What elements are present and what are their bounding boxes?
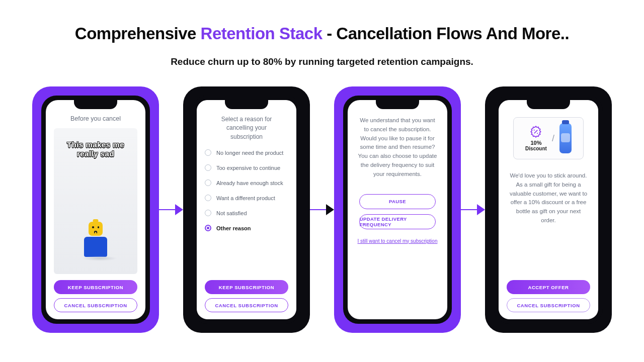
phone-notch-icon <box>225 100 268 109</box>
card4-paragraph: We'd love you to stick around. As a smal… <box>507 170 590 226</box>
reason-option[interactable]: Want a different product <box>205 195 288 201</box>
phone-notch-icon <box>74 100 117 109</box>
lego-figure-icon <box>82 222 109 261</box>
arrow-right-icon <box>477 204 485 215</box>
headline: Comprehensive Retention Stack - Cancella… <box>30 24 614 43</box>
reason-label: Too expensive to continue <box>216 165 280 171</box>
svg-point-0 <box>534 130 535 131</box>
arrow-3 <box>461 204 485 215</box>
bottle-icon <box>559 123 572 153</box>
radio-icon <box>205 210 211 216</box>
phone-1: Before you cancel This makes mereally sa… <box>41 96 150 324</box>
pause-button[interactable]: PAUSE <box>359 194 436 209</box>
phone-notch-icon <box>527 100 570 109</box>
radio-icon <box>205 195 211 201</box>
accept-offer-button[interactable]: ACCEPT OFFER <box>507 280 590 294</box>
phone-4: 10%Discount / We'd love you to stick aro… <box>494 96 603 324</box>
offer-box: 10%Discount / <box>513 117 584 159</box>
card-2-frame: Select a reason for cancelling your subs… <box>183 86 310 333</box>
subheadline: Reduce churn up to 80% by running target… <box>30 56 614 67</box>
reason-label: Other reason <box>216 225 251 231</box>
phone-2: Select a reason for cancelling your subs… <box>192 96 301 324</box>
radio-icon <box>205 179 211 186</box>
reason-option[interactable]: Not satisfied <box>205 210 288 216</box>
cancel-subscription-button[interactable]: CANCEL SUBSCRIPTION <box>507 298 590 312</box>
arrow-2 <box>310 204 334 215</box>
svg-point-1 <box>537 133 538 134</box>
cards-row: Before you cancel This makes mereally sa… <box>30 86 614 333</box>
phone-3: We understand that you want to cancel th… <box>343 96 452 324</box>
cancel-subscription-button[interactable]: CANCEL SUBSCRIPTION <box>54 298 137 312</box>
arrow-right-icon <box>326 204 334 215</box>
reason-option[interactable]: No longer need the product <box>205 149 288 156</box>
headline-post: - Cancellation Flows And More.. <box>322 24 569 43</box>
reason-label: Already have enough stock <box>216 180 283 186</box>
meme-image: This makes mereally sad <box>54 128 137 274</box>
slash-divider-icon: / <box>552 133 554 144</box>
card-1-frame: Before you cancel This makes mereally sa… <box>32 86 159 333</box>
headline-accent: Retention Stack <box>201 24 323 43</box>
reason-option[interactable]: Already have enough stock <box>205 179 288 186</box>
reason-label: Want a different product <box>216 195 275 201</box>
radio-icon <box>205 225 211 231</box>
arrow-1 <box>159 204 183 215</box>
headline-pre: Comprehensive <box>75 24 201 43</box>
reason-option[interactable]: Too expensive to continue <box>205 164 288 171</box>
still-cancel-link[interactable]: I still want to cancel my subscription <box>358 238 438 244</box>
card-4-frame: 10%Discount / We'd love you to stick aro… <box>485 86 612 333</box>
card-3-frame: We understand that you want to cancel th… <box>334 86 461 333</box>
radio-icon <box>205 164 211 171</box>
keep-subscription-button[interactable]: KEEP SUBSCRIPTION <box>54 280 137 294</box>
discount-badge: 10%Discount <box>525 125 547 151</box>
card3-paragraph: We understand that you want to cancel th… <box>356 115 439 180</box>
discount-star-icon <box>529 125 542 138</box>
arrow-right-icon <box>175 204 183 215</box>
phone-notch-icon <box>376 100 419 109</box>
card1-title: Before you cancel <box>54 115 137 122</box>
update-frequency-button[interactable]: UPDATE DELIVERY FREQUENCY <box>359 214 436 229</box>
reason-radio-group: No longer need the productToo expensive … <box>205 149 288 231</box>
meme-caption: This makes mereally sad <box>67 140 124 158</box>
cancel-subscription-button[interactable]: CANCEL SUBSCRIPTION <box>205 298 288 312</box>
keep-subscription-button[interactable]: KEEP SUBSCRIPTION <box>205 280 288 294</box>
reason-option[interactable]: Other reason <box>205 225 288 231</box>
radio-icon <box>205 149 211 156</box>
reason-label: Not satisfied <box>216 210 247 216</box>
card2-title: Select a reason for cancelling your subs… <box>205 115 288 141</box>
reason-label: No longer need the product <box>216 150 283 156</box>
